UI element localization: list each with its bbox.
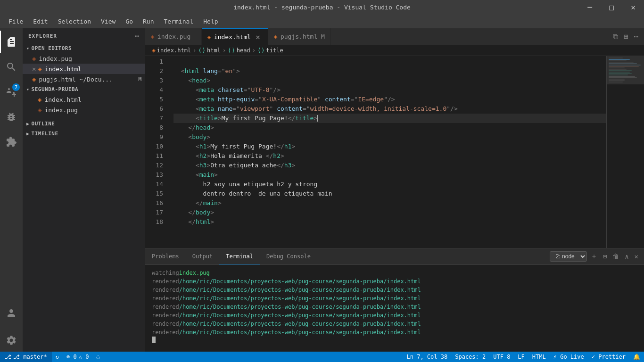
code-editor[interactable]: 1 2 3 4 5 6 7 8 9 10 11 12 13 14 15 16 1 (145, 56, 644, 248)
bc-sep3: › (252, 47, 256, 54)
open-editors-label: Open Editors (32, 45, 72, 51)
menu-file[interactable]: File (5, 16, 27, 27)
eol-item[interactable]: LF (514, 352, 528, 362)
terminal-selector[interactable]: 2: node (550, 251, 587, 262)
panel-tab-problems[interactable]: Problems (145, 248, 186, 264)
close-button[interactable]: ✕ (622, 0, 644, 14)
ln-col-item[interactable]: Ln 7, Col 38 (403, 352, 452, 362)
ln-8: 8 (145, 123, 163, 132)
panel-tab-output[interactable]: Output (186, 248, 219, 264)
panel-tab-debug[interactable]: Debug Console (260, 248, 317, 264)
minimize-button[interactable]: ─ (579, 0, 601, 14)
split-editor-icon[interactable]: ⧉ (611, 30, 620, 43)
git-branch-item[interactable]: ⎇ ⎇ master* (0, 352, 52, 362)
menu-edit[interactable]: Edit (29, 16, 51, 27)
tab-pug-icon: ◈ (151, 33, 155, 40)
prettier-item[interactable]: ✓ Prettier (588, 352, 629, 362)
timeline-section[interactable]: ▶ Timeline (23, 129, 145, 139)
ln-11: 11 (145, 151, 163, 161)
golive-item[interactable]: ⚡ Go Live (550, 352, 588, 362)
menu-help[interactable]: Help (199, 16, 222, 27)
tab-pugjs-label: pugjs.html M (281, 33, 325, 40)
html-icon-folder: ◈ (38, 96, 41, 103)
activity-debug[interactable] (0, 106, 23, 128)
open-editor-pugjs[interactable]: ◈ pugjs.html ~/Docu... M (23, 74, 145, 84)
panel-tab-terminal[interactable]: Terminal (219, 248, 260, 264)
terminal-cursor (152, 337, 156, 343)
segunda-prueba-section[interactable]: ▾ SEGUNDA-PRUEBA (23, 84, 145, 94)
bc-title-label: title (266, 47, 283, 54)
open-editors-section[interactable]: ▾ Open Editors (23, 43, 145, 53)
sidebar-header: Explorer ⋯ (23, 28, 145, 43)
activity-settings[interactable] (0, 329, 23, 352)
pug-file-icon: ◈ (32, 55, 36, 62)
folder-indexpug[interactable]: ◈ index.pug (23, 105, 145, 115)
menu-view[interactable]: View (97, 16, 119, 27)
new-file-icon[interactable]: ⋯ (135, 32, 140, 40)
ln-2: 2 (145, 66, 163, 76)
activity-search[interactable] (0, 56, 23, 78)
sync-item[interactable]: ↻ (52, 352, 63, 362)
errors-item[interactable]: ⊗ 0 △ 0 (63, 352, 92, 362)
tab-close-icon[interactable]: ✕ (254, 33, 262, 41)
more-icon[interactable]: ⋯ (632, 30, 640, 43)
tab-indexpug-label: index.pug (157, 33, 190, 40)
tab-indexpug[interactable]: ◈ index.pug (145, 28, 202, 45)
status-right: Ln 7, Col 38 Spaces: 2 UTF-8 LF HTML ⚡ G… (403, 352, 644, 362)
open-editor-indexhtml[interactable]: ✕ ◈ index.html (23, 64, 145, 74)
ln-18: 18 (145, 217, 163, 227)
breadcrumb-title[interactable]: ⟨⟩ title (257, 47, 283, 54)
terminal-line-watch: watching index.pug (152, 269, 637, 277)
close-icon[interactable]: ✕ (32, 65, 36, 73)
open-editor-indexpug[interactable]: ◈ index.pug (23, 53, 145, 64)
menu-terminal[interactable]: Terminal (160, 16, 198, 27)
terminal-line-r1: rendered /home/ric/Documentos/proyectos-… (152, 277, 637, 286)
encoding-item[interactable]: UTF-8 (489, 352, 514, 362)
titlebar: index.html - segunda-prueba - Visual Stu… (0, 0, 644, 14)
spaces-item[interactable]: Spaces: 2 (451, 352, 489, 362)
panel-chevron-up-icon[interactable]: ∧ (623, 251, 630, 262)
activity-explorer[interactable] (0, 31, 23, 53)
activity-extensions[interactable] (0, 131, 23, 153)
panel-trash-icon[interactable]: 🗑 (611, 251, 621, 262)
lang-item[interactable]: HTML (528, 352, 550, 362)
breadcrumb-indexhtml[interactable]: ◈ index.html (152, 47, 191, 54)
segunda-prueba-chevron: ▾ (26, 87, 30, 92)
menu-go[interactable]: Go (122, 16, 137, 27)
panel-close-icon[interactable]: ✕ (633, 251, 640, 262)
activity-source-control[interactable]: 7 (0, 81, 23, 103)
outline-section[interactable]: ▶ Outline (23, 119, 145, 129)
maximize-button[interactable]: □ (601, 0, 622, 14)
ln-9: 9 (145, 132, 163, 142)
code-content[interactable]: <html lang="en"> <head> <meta charset="U… (169, 56, 606, 248)
remote-item[interactable]: ◌ (92, 352, 103, 362)
minimap-content (607, 56, 644, 84)
terminal-cursor-line (152, 337, 637, 343)
ln-16: 16 (145, 198, 163, 208)
menu-run[interactable]: Run (139, 16, 157, 27)
tab-pugjs[interactable]: ◈ pugjs.html M (268, 28, 331, 45)
bc-tag-icon3: ⟨⟩ (257, 47, 265, 54)
layout-icon[interactable]: ⊞ (622, 30, 630, 43)
activity-accounts[interactable] (0, 302, 23, 324)
breadcrumb-html[interactable]: ⟨⟩ html (198, 47, 221, 54)
folder-indexhtml[interactable]: ◈ index.html (23, 94, 145, 105)
sidebar-header-actions: ⋯ (135, 32, 140, 40)
code-line-13: <main> (173, 170, 606, 180)
notification-item[interactable]: 🔔 (629, 352, 644, 362)
golive-label: ⚡ Go Live (553, 354, 584, 360)
tab-indexhtml[interactable]: ◈ index.html ✕ (202, 28, 268, 45)
editor-terminal-wrapper: 1 2 3 4 5 6 7 8 9 10 11 12 13 14 15 16 1 (145, 56, 644, 352)
lang-label: HTML (532, 354, 546, 360)
menu-selection[interactable]: Selection (54, 16, 95, 27)
breadcrumb-head[interactable]: ⟨⟩ head (228, 47, 250, 54)
terminal-content[interactable]: watching index.pug rendered /home/ric/Do… (145, 265, 644, 352)
ln-6: 6 (145, 104, 163, 114)
main-layout: 7 Explorer ⋯ ▾ Open Editors ◈ ind (0, 28, 644, 352)
panel-add-icon[interactable]: ＋ (589, 250, 599, 263)
code-line-11: <h2>Hola miamerita </h2> (173, 151, 606, 161)
panel-actions: 2: node ＋ ⊟ 🗑 ∧ ✕ (546, 248, 644, 264)
line-numbers: 1 2 3 4 5 6 7 8 9 10 11 12 13 14 15 16 1 (145, 56, 169, 248)
panel-split-icon[interactable]: ⊟ (601, 251, 609, 262)
code-line-12: <h3>Otra etiqueta ache</h3> (173, 161, 606, 170)
